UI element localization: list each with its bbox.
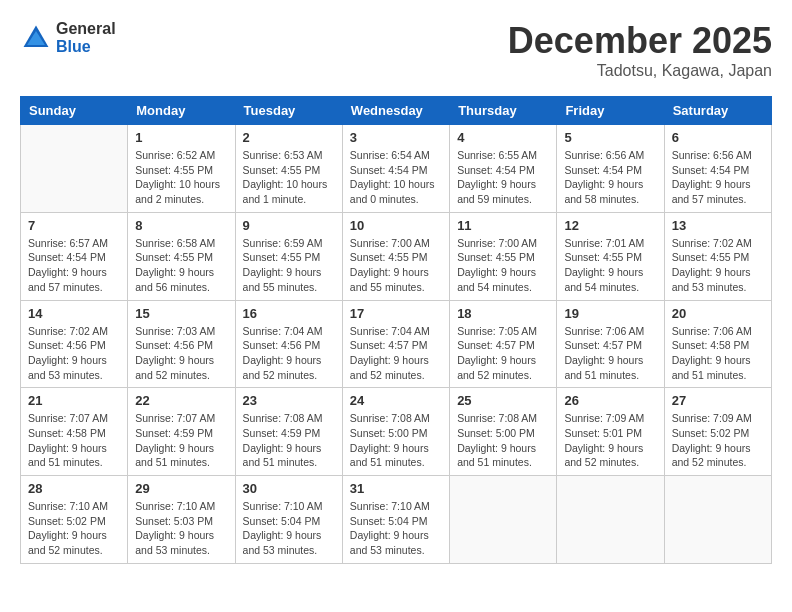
weekday-header: Friday bbox=[557, 97, 664, 125]
day-info: Sunrise: 6:52 AMSunset: 4:55 PMDaylight:… bbox=[135, 148, 227, 207]
day-number: 4 bbox=[457, 130, 549, 145]
day-number: 12 bbox=[564, 218, 656, 233]
day-number: 31 bbox=[350, 481, 442, 496]
day-number: 9 bbox=[243, 218, 335, 233]
calendar-week-row: 21Sunrise: 7:07 AMSunset: 4:58 PMDayligh… bbox=[21, 388, 772, 476]
day-info: Sunrise: 7:02 AMSunset: 4:56 PMDaylight:… bbox=[28, 324, 120, 383]
weekday-header: Wednesday bbox=[342, 97, 449, 125]
calendar-cell: 24Sunrise: 7:08 AMSunset: 5:00 PMDayligh… bbox=[342, 388, 449, 476]
day-number: 19 bbox=[564, 306, 656, 321]
day-info: Sunrise: 7:06 AMSunset: 4:58 PMDaylight:… bbox=[672, 324, 764, 383]
calendar-cell: 28Sunrise: 7:10 AMSunset: 5:02 PMDayligh… bbox=[21, 476, 128, 564]
day-number: 29 bbox=[135, 481, 227, 496]
day-info: Sunrise: 7:02 AMSunset: 4:55 PMDaylight:… bbox=[672, 236, 764, 295]
day-info: Sunrise: 7:10 AMSunset: 5:04 PMDaylight:… bbox=[243, 499, 335, 558]
calendar-cell: 7Sunrise: 6:57 AMSunset: 4:54 PMDaylight… bbox=[21, 212, 128, 300]
calendar-week-row: 7Sunrise: 6:57 AMSunset: 4:54 PMDaylight… bbox=[21, 212, 772, 300]
calendar-week-row: 14Sunrise: 7:02 AMSunset: 4:56 PMDayligh… bbox=[21, 300, 772, 388]
calendar-cell bbox=[664, 476, 771, 564]
calendar-cell: 13Sunrise: 7:02 AMSunset: 4:55 PMDayligh… bbox=[664, 212, 771, 300]
calendar-cell: 23Sunrise: 7:08 AMSunset: 4:59 PMDayligh… bbox=[235, 388, 342, 476]
day-info: Sunrise: 6:58 AMSunset: 4:55 PMDaylight:… bbox=[135, 236, 227, 295]
day-info: Sunrise: 6:54 AMSunset: 4:54 PMDaylight:… bbox=[350, 148, 442, 207]
calendar-cell: 4Sunrise: 6:55 AMSunset: 4:54 PMDaylight… bbox=[450, 125, 557, 213]
page-header: General Blue December 2025 Tadotsu, Kaga… bbox=[20, 20, 772, 80]
calendar-cell: 12Sunrise: 7:01 AMSunset: 4:55 PMDayligh… bbox=[557, 212, 664, 300]
day-info: Sunrise: 6:57 AMSunset: 4:54 PMDaylight:… bbox=[28, 236, 120, 295]
day-info: Sunrise: 7:09 AMSunset: 5:01 PMDaylight:… bbox=[564, 411, 656, 470]
day-number: 2 bbox=[243, 130, 335, 145]
day-number: 27 bbox=[672, 393, 764, 408]
day-number: 20 bbox=[672, 306, 764, 321]
calendar-cell: 3Sunrise: 6:54 AMSunset: 4:54 PMDaylight… bbox=[342, 125, 449, 213]
day-number: 23 bbox=[243, 393, 335, 408]
day-info: Sunrise: 6:53 AMSunset: 4:55 PMDaylight:… bbox=[243, 148, 335, 207]
calendar-cell: 19Sunrise: 7:06 AMSunset: 4:57 PMDayligh… bbox=[557, 300, 664, 388]
calendar-cell: 10Sunrise: 7:00 AMSunset: 4:55 PMDayligh… bbox=[342, 212, 449, 300]
calendar-cell: 15Sunrise: 7:03 AMSunset: 4:56 PMDayligh… bbox=[128, 300, 235, 388]
day-number: 25 bbox=[457, 393, 549, 408]
day-number: 5 bbox=[564, 130, 656, 145]
day-number: 17 bbox=[350, 306, 442, 321]
day-info: Sunrise: 7:09 AMSunset: 5:02 PMDaylight:… bbox=[672, 411, 764, 470]
day-info: Sunrise: 7:01 AMSunset: 4:55 PMDaylight:… bbox=[564, 236, 656, 295]
day-number: 10 bbox=[350, 218, 442, 233]
day-number: 24 bbox=[350, 393, 442, 408]
logo-blue-text: Blue bbox=[56, 38, 116, 56]
day-info: Sunrise: 6:56 AMSunset: 4:54 PMDaylight:… bbox=[564, 148, 656, 207]
day-number: 3 bbox=[350, 130, 442, 145]
calendar-cell: 20Sunrise: 7:06 AMSunset: 4:58 PMDayligh… bbox=[664, 300, 771, 388]
calendar-cell: 25Sunrise: 7:08 AMSunset: 5:00 PMDayligh… bbox=[450, 388, 557, 476]
day-info: Sunrise: 7:10 AMSunset: 5:02 PMDaylight:… bbox=[28, 499, 120, 558]
calendar-cell: 14Sunrise: 7:02 AMSunset: 4:56 PMDayligh… bbox=[21, 300, 128, 388]
day-number: 6 bbox=[672, 130, 764, 145]
day-info: Sunrise: 6:55 AMSunset: 4:54 PMDaylight:… bbox=[457, 148, 549, 207]
day-number: 8 bbox=[135, 218, 227, 233]
calendar-header-row: SundayMondayTuesdayWednesdayThursdayFrid… bbox=[21, 97, 772, 125]
day-info: Sunrise: 7:08 AMSunset: 5:00 PMDaylight:… bbox=[350, 411, 442, 470]
day-info: Sunrise: 7:06 AMSunset: 4:57 PMDaylight:… bbox=[564, 324, 656, 383]
day-info: Sunrise: 7:07 AMSunset: 4:58 PMDaylight:… bbox=[28, 411, 120, 470]
calendar-cell bbox=[450, 476, 557, 564]
day-info: Sunrise: 7:05 AMSunset: 4:57 PMDaylight:… bbox=[457, 324, 549, 383]
calendar-cell: 30Sunrise: 7:10 AMSunset: 5:04 PMDayligh… bbox=[235, 476, 342, 564]
day-number: 28 bbox=[28, 481, 120, 496]
calendar-cell: 22Sunrise: 7:07 AMSunset: 4:59 PMDayligh… bbox=[128, 388, 235, 476]
day-info: Sunrise: 7:08 AMSunset: 5:00 PMDaylight:… bbox=[457, 411, 549, 470]
title-section: December 2025 Tadotsu, Kagawa, Japan bbox=[508, 20, 772, 80]
day-info: Sunrise: 7:08 AMSunset: 4:59 PMDaylight:… bbox=[243, 411, 335, 470]
day-info: Sunrise: 7:10 AMSunset: 5:03 PMDaylight:… bbox=[135, 499, 227, 558]
calendar-cell: 16Sunrise: 7:04 AMSunset: 4:56 PMDayligh… bbox=[235, 300, 342, 388]
day-number: 7 bbox=[28, 218, 120, 233]
logo: General Blue bbox=[20, 20, 116, 55]
calendar-cell: 27Sunrise: 7:09 AMSunset: 5:02 PMDayligh… bbox=[664, 388, 771, 476]
day-info: Sunrise: 6:59 AMSunset: 4:55 PMDaylight:… bbox=[243, 236, 335, 295]
day-number: 1 bbox=[135, 130, 227, 145]
calendar-cell: 18Sunrise: 7:05 AMSunset: 4:57 PMDayligh… bbox=[450, 300, 557, 388]
location: Tadotsu, Kagawa, Japan bbox=[508, 62, 772, 80]
weekday-header: Thursday bbox=[450, 97, 557, 125]
calendar-cell: 11Sunrise: 7:00 AMSunset: 4:55 PMDayligh… bbox=[450, 212, 557, 300]
calendar-cell: 21Sunrise: 7:07 AMSunset: 4:58 PMDayligh… bbox=[21, 388, 128, 476]
calendar-cell: 2Sunrise: 6:53 AMSunset: 4:55 PMDaylight… bbox=[235, 125, 342, 213]
calendar-cell: 31Sunrise: 7:10 AMSunset: 5:04 PMDayligh… bbox=[342, 476, 449, 564]
weekday-header: Tuesday bbox=[235, 97, 342, 125]
day-info: Sunrise: 7:07 AMSunset: 4:59 PMDaylight:… bbox=[135, 411, 227, 470]
day-info: Sunrise: 7:04 AMSunset: 4:57 PMDaylight:… bbox=[350, 324, 442, 383]
day-number: 16 bbox=[243, 306, 335, 321]
day-number: 15 bbox=[135, 306, 227, 321]
weekday-header: Saturday bbox=[664, 97, 771, 125]
day-number: 26 bbox=[564, 393, 656, 408]
calendar-cell: 5Sunrise: 6:56 AMSunset: 4:54 PMDaylight… bbox=[557, 125, 664, 213]
month-title: December 2025 bbox=[508, 20, 772, 62]
calendar-cell: 9Sunrise: 6:59 AMSunset: 4:55 PMDaylight… bbox=[235, 212, 342, 300]
day-number: 13 bbox=[672, 218, 764, 233]
calendar-cell: 17Sunrise: 7:04 AMSunset: 4:57 PMDayligh… bbox=[342, 300, 449, 388]
day-number: 30 bbox=[243, 481, 335, 496]
day-number: 22 bbox=[135, 393, 227, 408]
calendar-cell: 26Sunrise: 7:09 AMSunset: 5:01 PMDayligh… bbox=[557, 388, 664, 476]
day-number: 14 bbox=[28, 306, 120, 321]
calendar-week-row: 1Sunrise: 6:52 AMSunset: 4:55 PMDaylight… bbox=[21, 125, 772, 213]
day-info: Sunrise: 7:00 AMSunset: 4:55 PMDaylight:… bbox=[350, 236, 442, 295]
logo-general-text: General bbox=[56, 20, 116, 38]
